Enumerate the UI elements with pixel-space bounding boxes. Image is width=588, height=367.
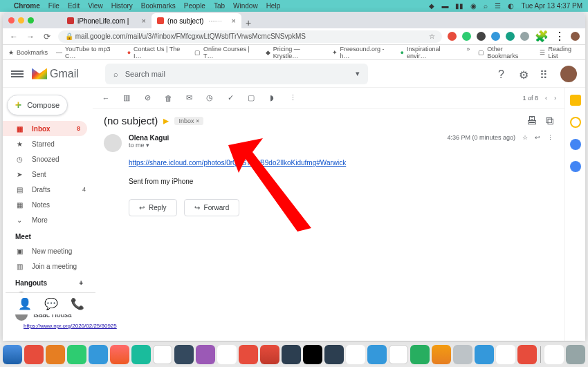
chat-icon[interactable]: 💬 (44, 297, 58, 310)
dock-app[interactable] (346, 345, 365, 364)
bookmark[interactable]: ▢Online Courses | T… (194, 46, 257, 59)
apps-icon[interactable]: ⠿ (540, 68, 551, 79)
finder-icon[interactable] (3, 345, 22, 364)
dock-app[interactable] (89, 345, 108, 364)
snooze-icon[interactable]: ◷ (205, 93, 214, 102)
dock-app[interactable] (46, 345, 65, 364)
back-icon[interactable]: ← (101, 94, 111, 102)
forward-button[interactable]: ↪Forward (184, 199, 240, 216)
dock-app[interactable] (174, 345, 194, 364)
other-bookmarks[interactable]: ▢Other Bookmarks (478, 46, 531, 59)
menu-file[interactable]: File (48, 2, 59, 10)
icloud-link[interactable]: https://share.icloud.com/photos/0rQoSTt6… (129, 159, 346, 167)
sender-name[interactable]: Olena Kagui (129, 134, 440, 142)
menu-tab[interactable]: Tab (214, 2, 225, 10)
app-name[interactable]: Chrome (14, 2, 40, 10)
menu-window[interactable]: Window (233, 2, 258, 10)
dock-app[interactable] (453, 345, 472, 364)
tab-iphonelife[interactable]: iPhoneLife.com | × (62, 13, 151, 28)
archive-icon[interactable]: ▥ (122, 93, 131, 102)
ext-icon[interactable] (491, 32, 500, 41)
contacts-icon[interactable] (570, 161, 581, 172)
window-close[interactable] (8, 17, 15, 23)
popout-icon[interactable]: ⧉ (546, 115, 553, 127)
inbox-tag[interactable]: Inbox × (174, 117, 203, 125)
ext-icon[interactable] (462, 32, 471, 41)
dock-app[interactable] (389, 345, 408, 364)
excel-icon[interactable] (410, 345, 430, 364)
dock-app[interactable] (110, 345, 129, 364)
dock-app[interactable] (324, 345, 344, 364)
prev-icon[interactable]: ‹ (545, 95, 547, 102)
search-input[interactable]: ⌕ Search mail ▾ (105, 64, 368, 84)
main-menu-button[interactable] (11, 70, 24, 77)
dock-app[interactable] (217, 345, 237, 364)
sidebar-item-notes[interactable]: ▦Notes (3, 197, 93, 212)
unread-icon[interactable]: ✉ (184, 93, 194, 102)
sidebar-item-join-meeting[interactable]: ▥Join a meeting (3, 258, 93, 274)
dock-app[interactable] (260, 345, 279, 364)
tasks-icon[interactable]: ✓ (226, 93, 235, 102)
reading-list[interactable]: ☰Reading List (540, 46, 580, 59)
menu-view[interactable]: View (88, 2, 103, 10)
sidebar-item-inbox[interactable]: ▦Inbox8 (3, 121, 87, 136)
ext-icon[interactable] (448, 32, 457, 41)
search-options-icon[interactable]: ▾ (356, 69, 360, 78)
move-icon[interactable]: ▢ (246, 93, 256, 102)
ext-icon[interactable] (520, 32, 529, 41)
trash-icon[interactable] (566, 345, 585, 364)
close-icon[interactable]: × (232, 17, 236, 25)
delete-icon[interactable]: 🗑 (163, 94, 173, 102)
phone-icon[interactable]: 📞 (71, 297, 84, 310)
spam-icon[interactable]: ⊘ (143, 93, 152, 102)
details-icon[interactable]: ▾ (146, 142, 149, 149)
menu-edit[interactable]: Edit (68, 2, 80, 10)
star-icon[interactable]: ☆ (522, 134, 528, 141)
next-icon[interactable]: › (554, 95, 556, 102)
bookmark[interactable]: ●Inspirational envir… (401, 46, 459, 59)
sidebar-item-sent[interactable]: ➤Sent (3, 167, 93, 182)
menu-bookmarks[interactable]: Bookmarks (141, 2, 176, 10)
word-icon[interactable] (367, 345, 387, 364)
print-icon[interactable]: 🖶 (526, 115, 538, 127)
sidebar-item-new-meeting[interactable]: ▣New meeting (3, 243, 93, 258)
sidebar-item-drafts[interactable]: ▤Drafts4 (3, 182, 93, 197)
dock-app[interactable] (239, 345, 258, 364)
tab-gmail[interactable]: (no subject) ······· × (151, 13, 241, 28)
bookmark[interactable]: ★Bookmarks (8, 49, 48, 56)
url-bar[interactable]: 🔒 mail.google.com/mail/u/3/#inbox/FMfcgx… (58, 30, 442, 43)
control-center-icon[interactable]: ☰ (495, 2, 501, 10)
sidebar-item-snoozed[interactable]: ◷Snoozed (3, 151, 93, 167)
dropbox-icon[interactable]: ◆ (429, 2, 434, 10)
window-minimize[interactable] (18, 17, 24, 23)
dock-app[interactable] (282, 345, 301, 364)
clock[interactable]: Tue Apr 13 4:37 PM (521, 2, 582, 10)
dock-app[interactable] (67, 345, 86, 364)
bookmark[interactable]: —YouTube to mp3 C… (56, 46, 119, 59)
flag-icon[interactable]: ▬ (441, 2, 448, 10)
forward-button[interactable]: → (25, 32, 36, 41)
support-icon[interactable]: ? (498, 68, 509, 79)
bookmarks-overflow[interactable]: » (466, 46, 470, 59)
reply-icon[interactable]: ↩ (535, 134, 540, 141)
compose-button[interactable]: + Compose (7, 95, 68, 115)
calendar-icon[interactable] (153, 345, 172, 364)
dock-app[interactable] (517, 345, 537, 364)
ext-icon[interactable] (506, 32, 515, 41)
tasks-icon[interactable] (570, 139, 581, 150)
more-icon[interactable]: ⋮ (547, 134, 553, 141)
sidebar-item-more[interactable]: ⌄More (3, 212, 93, 227)
reply-button[interactable]: ↩Reply (129, 199, 177, 216)
reload-button[interactable]: ⟳ (42, 32, 53, 41)
dock-app[interactable] (196, 345, 215, 364)
account-avatar[interactable] (560, 66, 577, 82)
profile-avatar[interactable] (571, 32, 580, 41)
menu-help[interactable]: Help (266, 2, 281, 10)
messages-icon[interactable] (131, 345, 151, 364)
gmail-logo[interactable]: Gmail (32, 68, 79, 80)
extensions-icon[interactable]: 🧩 (535, 30, 549, 43)
search-icon[interactable]: ⌕ (484, 2, 488, 10)
menu-people[interactable]: People (184, 2, 205, 10)
sidebar-item-starred[interactable]: ★Starred (3, 136, 93, 151)
chrome-menu-icon[interactable]: ⋮ (554, 30, 565, 43)
